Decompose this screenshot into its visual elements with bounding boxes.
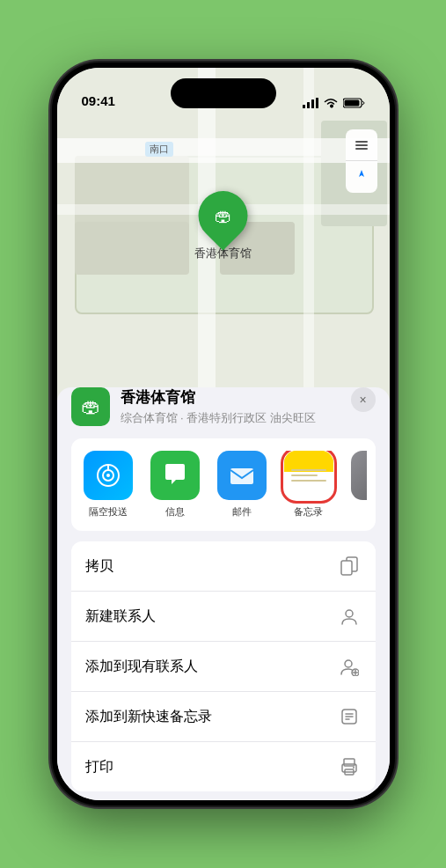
map-road bbox=[57, 138, 390, 163]
share-label-notes: 备忘录 bbox=[294, 505, 323, 519]
action-item-print[interactable]: 打印 bbox=[71, 742, 376, 791]
action-label-copy: 拷贝 bbox=[85, 557, 113, 576]
wifi-icon bbox=[324, 98, 338, 108]
map-location-button[interactable] bbox=[346, 161, 377, 193]
svg-rect-0 bbox=[303, 105, 305, 108]
map-label-nankou: 南口 bbox=[145, 142, 173, 157]
svg-point-17 bbox=[345, 660, 352, 667]
location-icon: 🏟 bbox=[71, 387, 110, 426]
svg-rect-3 bbox=[316, 98, 318, 108]
signal-icon bbox=[303, 98, 318, 108]
location-name: 香港体育馆 bbox=[121, 387, 376, 408]
copy-icon bbox=[337, 554, 362, 578]
svg-rect-8 bbox=[355, 148, 368, 150]
action-label-add-existing: 添加到现有联系人 bbox=[85, 658, 198, 676]
svg-rect-1 bbox=[307, 102, 310, 108]
share-item-notes[interactable]: 备忘录 bbox=[281, 451, 337, 519]
notes-app-icon bbox=[284, 451, 333, 500]
map-block bbox=[75, 222, 189, 275]
action-item-copy[interactable]: 拷贝 bbox=[71, 541, 376, 592]
location-info: 香港体育馆 综合体育馆 · 香港特别行政区 油尖旺区 bbox=[121, 387, 376, 426]
action-label-print: 打印 bbox=[85, 758, 113, 776]
svg-rect-5 bbox=[344, 100, 359, 107]
map-block bbox=[75, 156, 189, 226]
mail-icon bbox=[217, 451, 267, 500]
share-label-airdrop: 隔空投送 bbox=[89, 505, 128, 519]
action-label-add-note: 添加到新快速备忘录 bbox=[85, 708, 212, 726]
map-area: 南口 🏟 bbox=[57, 68, 390, 438]
svg-point-16 bbox=[346, 610, 353, 617]
battery-icon bbox=[343, 98, 365, 108]
share-icons: 隔空投送 信息 bbox=[80, 451, 367, 519]
airdrop-icon bbox=[84, 451, 133, 500]
map-controls bbox=[346, 129, 377, 193]
map-layers-button[interactable] bbox=[346, 129, 377, 161]
pin-circle: 🏟 bbox=[188, 180, 258, 250]
action-list: 拷贝 新建联系人 bbox=[71, 541, 376, 791]
svg-point-11 bbox=[106, 474, 110, 477]
svg-rect-13 bbox=[230, 468, 253, 484]
phone-screen: 09:41 bbox=[57, 68, 390, 800]
close-button[interactable]: × bbox=[351, 387, 376, 412]
map-road bbox=[303, 68, 314, 438]
svg-rect-6 bbox=[355, 141, 368, 143]
action-item-new-contact[interactable]: 新建联系人 bbox=[71, 592, 376, 642]
share-row: 隔空投送 信息 bbox=[71, 438, 376, 531]
svg-rect-15 bbox=[341, 561, 352, 575]
status-time: 09:41 bbox=[82, 93, 115, 108]
share-label-messages: 信息 bbox=[165, 505, 185, 519]
messages-icon bbox=[150, 451, 200, 500]
add-note-icon bbox=[337, 704, 362, 729]
share-label-mail: 邮件 bbox=[232, 505, 252, 519]
share-item-airdrop[interactable]: 隔空投送 bbox=[80, 451, 136, 519]
svg-rect-2 bbox=[311, 99, 314, 108]
svg-rect-7 bbox=[355, 144, 368, 146]
action-label-new-contact: 新建联系人 bbox=[85, 607, 156, 626]
action-item-add-note[interactable]: 添加到新快速备忘录 bbox=[71, 692, 376, 742]
print-icon bbox=[337, 754, 362, 779]
status-icons bbox=[303, 98, 365, 108]
share-item-mail[interactable]: 邮件 bbox=[214, 451, 270, 519]
svg-point-28 bbox=[353, 767, 355, 769]
svg-rect-25 bbox=[344, 759, 355, 766]
location-subtitle: 综合体育馆 · 香港特别行政区 油尖旺区 bbox=[121, 410, 376, 426]
action-item-add-existing[interactable]: 添加到现有联系人 bbox=[71, 642, 376, 692]
share-item-more[interactable]: 提 bbox=[347, 451, 367, 519]
more-icon bbox=[351, 451, 367, 500]
bottom-sheet: 🏟 香港体育馆 综合体育馆 · 香港特别行政区 油尖旺区 × bbox=[57, 387, 390, 800]
new-contact-icon bbox=[337, 604, 362, 629]
pin-icon: 🏟 bbox=[215, 206, 232, 226]
location-header: 🏟 香港体育馆 综合体育馆 · 香港特别行政区 油尖旺区 × bbox=[57, 387, 390, 438]
dynamic-island bbox=[171, 78, 276, 108]
phone-frame: 09:41 bbox=[52, 63, 395, 805]
add-existing-icon bbox=[337, 654, 362, 679]
share-item-messages[interactable]: 信息 bbox=[147, 451, 203, 519]
location-pin: 🏟 香港体育馆 bbox=[194, 191, 252, 261]
